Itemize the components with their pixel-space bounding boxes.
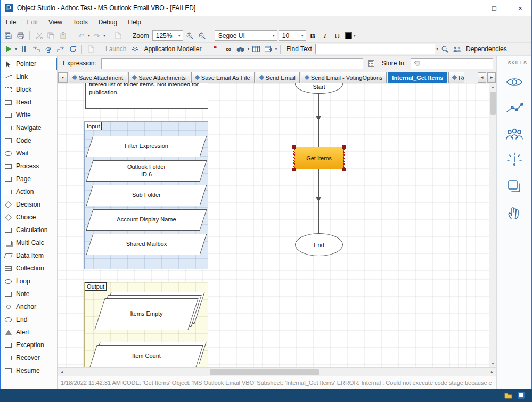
scroll-down-icon[interactable]: ▼	[489, 359, 497, 367]
eye-icon[interactable]	[503, 71, 526, 93]
find-next-icon[interactable]	[439, 44, 451, 55]
palette-item-link[interactable]: Link	[1, 70, 57, 83]
reset-icon[interactable]	[67, 44, 78, 55]
horizontal-scrollbar[interactable]: ◄ ►	[58, 367, 496, 376]
search-dropdown-icon[interactable]: ▾	[247, 47, 249, 51]
community-icon[interactable]	[503, 124, 526, 145]
data-stage-item-count[interactable]: Item Count	[93, 345, 200, 367]
expression-calculator-icon[interactable]	[366, 58, 377, 69]
menu-edit[interactable]: Edit	[21, 16, 43, 29]
store-in-input[interactable]	[422, 60, 490, 67]
italic-button[interactable]: I	[320, 30, 331, 42]
palette-item-page[interactable]: Page	[1, 173, 57, 185]
copy-icon[interactable]	[45, 30, 56, 42]
find-text-input[interactable]	[315, 44, 435, 54]
palette-item-note[interactable]: Note	[1, 288, 57, 300]
application-modeller-icon[interactable]	[129, 44, 141, 55]
maximize-button[interactable]: □	[483, 0, 505, 16]
taskbar-app-icon[interactable]	[518, 392, 525, 399]
palette-item-data-item[interactable]: Data Item	[1, 249, 57, 262]
tab-save-email-as-file[interactable]: Save Email As File	[191, 72, 255, 83]
tab-save-attachment[interactable]: Save Attachment	[69, 72, 127, 83]
data-stage-account-display-name[interactable]: Account Display Name	[89, 209, 203, 231]
palette-item-navigate[interactable]: Navigate	[1, 121, 57, 134]
palette-item-action[interactable]: Action	[1, 185, 57, 198]
palette-item-resume[interactable]: Resume	[1, 364, 57, 377]
palette-item-exception[interactable]: Exception	[1, 339, 57, 351]
menu-tools[interactable]: Tools	[68, 16, 93, 29]
launch-button[interactable]: Launch	[103, 45, 128, 53]
store-in-field[interactable]	[411, 58, 493, 69]
vertical-scroll-thumb[interactable]	[490, 92, 496, 115]
watch-icon[interactable]: ∞	[223, 44, 234, 55]
collection-view-icon[interactable]	[250, 44, 261, 55]
palette-item-loop[interactable]: Loop	[1, 275, 57, 288]
insight-icon[interactable]	[503, 150, 526, 171]
pause-button[interactable]	[18, 44, 29, 55]
breakpoint-flag-icon[interactable]	[210, 44, 222, 55]
palette-item-process[interactable]: Process	[1, 160, 57, 173]
tab-scroll-left-button[interactable]: ◄	[478, 72, 486, 83]
palette-item-recover[interactable]: Recover	[1, 351, 57, 364]
horizontal-scroll-thumb[interactable]	[210, 369, 319, 375]
note-stage[interactable]: filtered list of folder items. Not inten…	[85, 83, 208, 109]
cut-icon[interactable]	[33, 30, 44, 42]
menu-debug[interactable]: Debug	[93, 16, 122, 29]
paste-icon[interactable]	[58, 30, 69, 42]
gesture-icon[interactable]	[503, 202, 526, 223]
font-size-select[interactable]: 10▾	[279, 30, 306, 41]
start-stage[interactable]: Start	[295, 83, 343, 94]
dependencies-icon[interactable]	[452, 44, 463, 55]
undo-dropdown-icon[interactable]: ▾	[88, 34, 90, 38]
print-icon[interactable]	[15, 30, 26, 42]
tab-truncated[interactable]: Re	[448, 72, 464, 83]
input-block[interactable]: Input Filter Expression Outlook Folder I…	[84, 121, 208, 269]
data-stage-sub-folder[interactable]: Sub Folder	[89, 185, 203, 206]
selection-handle[interactable]	[292, 168, 296, 171]
palette-item-wait[interactable]: Wait	[1, 147, 57, 160]
data-stage-outlook-folder-id[interactable]: Outlook Folder ID 6	[89, 160, 203, 182]
tab-internal-get-items[interactable]: Internal_Get Items	[388, 72, 447, 83]
menu-help[interactable]: Help	[122, 16, 146, 29]
vertical-scrollbar[interactable]: ▲ ▼	[489, 83, 496, 367]
step-over-icon[interactable]	[43, 44, 54, 55]
tab-save-attachments[interactable]: Save Attachments	[128, 72, 190, 83]
tab-send-email-votingoptions[interactable]: Send Email - VotingOptions	[301, 72, 387, 83]
horizontal-scroll-track[interactable]	[66, 368, 488, 376]
close-button[interactable]: ×	[509, 0, 531, 16]
collection-stage-items-empty[interactable]: Items Empty	[100, 298, 193, 330]
save-icon[interactable]	[3, 30, 14, 42]
taskbar-folder-icon[interactable]	[504, 392, 512, 399]
end-stage[interactable]: End	[295, 233, 343, 256]
palette-item-decision[interactable]: Decision	[1, 198, 57, 211]
minimize-button[interactable]: —	[457, 0, 479, 16]
palette-item-alert[interactable]: Alert	[1, 326, 57, 339]
tab-send-email[interactable]: Send Email	[256, 72, 300, 83]
collection-insert-icon[interactable]	[263, 44, 274, 55]
find-history-dropdown-icon[interactable]: ▾	[436, 47, 438, 51]
application-modeller-button[interactable]: Application Modeller	[142, 45, 203, 53]
page-icon[interactable]	[85, 44, 96, 55]
action-stage-get-items[interactable]: Get Items	[294, 147, 344, 169]
menu-view[interactable]: View	[43, 16, 68, 29]
underline-button[interactable]: U	[332, 30, 343, 42]
trend-icon[interactable]	[503, 97, 526, 119]
palette-item-read[interactable]: Read	[1, 96, 57, 109]
export-page-icon[interactable]	[112, 30, 124, 42]
output-block[interactable]: Output Items Empty Item Count	[84, 282, 208, 367]
data-stage-filter-expression[interactable]: Filter Expression	[89, 136, 203, 157]
selection-handle[interactable]	[342, 145, 346, 149]
palette-item-collection[interactable]: Collection	[1, 262, 57, 275]
zoom-in-icon[interactable]	[184, 30, 195, 42]
palette-item-write[interactable]: Write	[1, 109, 57, 121]
scroll-up-icon[interactable]: ▲	[489, 83, 497, 91]
tab-overflow-button[interactable]: ▾	[58, 72, 68, 83]
palette-item-pointer[interactable]: Pointer	[1, 58, 57, 70]
play-dropdown-icon[interactable]: ▾	[15, 47, 17, 51]
selection-handle[interactable]	[292, 145, 296, 149]
expression-input[interactable]	[101, 58, 363, 69]
redo-icon[interactable]: ↷	[91, 30, 102, 42]
palette-item-code[interactable]: Code	[1, 134, 57, 147]
scroll-right-icon[interactable]: ►	[488, 368, 496, 376]
menu-file[interactable]: File	[1, 16, 21, 29]
